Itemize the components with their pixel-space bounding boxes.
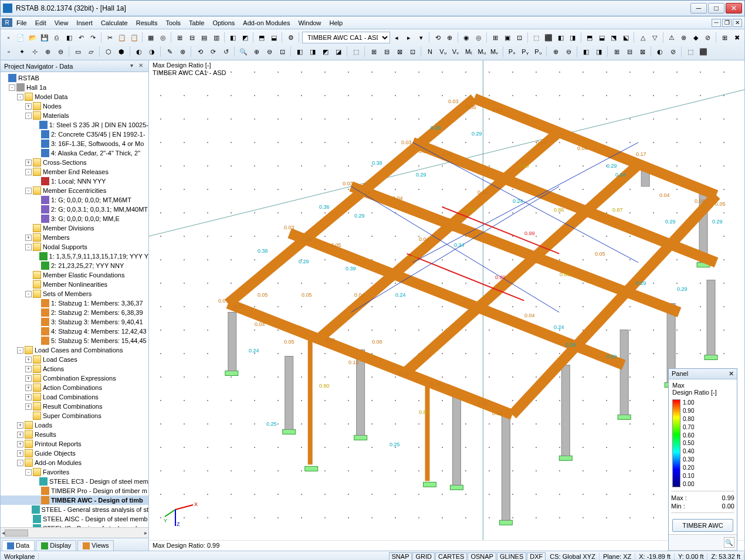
tree-node[interactable]: Super Combinations (1, 411, 148, 420)
expand-icon[interactable]: + (17, 450, 23, 457)
toolbar-button[interactable]: ⊡ (276, 46, 288, 57)
toolbar-button[interactable]: ▫ (3, 46, 15, 57)
tree-node[interactable]: +Printout Reports (1, 439, 148, 449)
toolbar-button[interactable]: Pᵤ (532, 46, 544, 57)
toolbar-button[interactable]: ⊗ (177, 46, 188, 57)
toolbar-button[interactable]: ⊞ (174, 32, 185, 43)
app-menu-icon[interactable]: R (2, 18, 12, 27)
toolbar-button[interactable]: ◩ (240, 32, 251, 43)
toolbar-button[interactable]: ↺ (220, 46, 232, 57)
toolbar-button[interactable]: △ (637, 32, 648, 43)
snap-grid[interactable]: GRID (412, 552, 435, 561)
expand-icon[interactable]: - (17, 347, 23, 354)
toolbar-button[interactable]: Mₜ (463, 46, 475, 57)
toolbar-button[interactable]: ⊕ (550, 46, 561, 57)
toolbar-button[interactable]: ⊕ (250, 46, 262, 57)
snap-cartes[interactable]: CARTES (435, 552, 467, 561)
toolbar-button[interactable]: ⊞ (719, 32, 730, 43)
menu-table[interactable]: Table (185, 18, 208, 28)
tab-views[interactable]: Views (77, 540, 114, 551)
toolbar-button[interactable]: ▸ (404, 32, 415, 43)
maximize-button[interactable]: □ (708, 3, 724, 13)
tree-node[interactable]: Member Nonlinearities (1, 280, 148, 289)
tree-node[interactable]: +Cross-Sections (1, 158, 148, 167)
toolbar-button[interactable]: ✦ (16, 46, 28, 57)
toolbar-button[interactable]: ⬔ (608, 32, 619, 43)
toolbar-button[interactable]: ⊞ (368, 46, 380, 57)
tree-node[interactable]: TIMBER Pro - Design of timber m (1, 486, 148, 495)
tree-node[interactable]: RSTAB (1, 73, 148, 83)
tree-node[interactable]: +Actions (1, 364, 148, 374)
toolbar-button[interactable]: ⊠ (394, 46, 405, 57)
tree-node[interactable]: STEEL AISC - Design of steel memb (1, 514, 148, 524)
close-button[interactable]: ✕ (726, 3, 742, 13)
expand-icon[interactable]: - (9, 84, 15, 91)
toolbar-button[interactable]: ▤ (199, 32, 210, 43)
snap-dxf[interactable]: DXF (527, 552, 546, 561)
toolbar-button[interactable]: ⊹ (29, 46, 40, 57)
navigator-hscroll[interactable]: ◂ ▸ (1, 527, 148, 538)
tree-node[interactable]: STEEL - General stress analysis of st (1, 505, 148, 514)
toolbar-button[interactable]: ▣ (502, 32, 513, 43)
toolbar-button[interactable]: ⟳ (207, 46, 219, 57)
toolbar-button[interactable]: ✖ (732, 32, 743, 43)
panel-close-icon[interactable]: ✕ (729, 370, 734, 378)
tree-node[interactable]: TIMBER AWC - Design of timb (1, 495, 148, 505)
results-combo[interactable]: TIMBER AWC CA1 - ASD (302, 32, 390, 43)
toolbar-button[interactable]: ⊡ (514, 32, 526, 43)
toolbar-button[interactable]: 📄 (15, 32, 26, 43)
navigator-dropdown-icon[interactable]: ▾ (127, 62, 136, 70)
toolbar-button[interactable]: ⊡ (407, 46, 418, 57)
toolbar-button[interactable]: ⬓ (269, 32, 280, 43)
toolbar-button[interactable]: ⬓ (596, 32, 607, 43)
toolbar-button[interactable]: ◧ (294, 46, 306, 57)
toolbar-button[interactable]: ◧ (228, 32, 239, 43)
tree-node[interactable]: 2: 21,23,25,27; YYY NNY (1, 261, 148, 270)
tree-node[interactable]: -Model Data (1, 92, 148, 101)
snap-osnap[interactable]: OSNAP (468, 552, 496, 561)
toolbar-button[interactable]: ⊞ (490, 32, 501, 43)
snap-glines[interactable]: GLINES (497, 552, 526, 561)
expand-icon[interactable]: - (25, 291, 32, 297)
toolbar-button[interactable]: ⊟ (381, 46, 392, 57)
tree-node[interactable]: +Nodes (1, 101, 148, 111)
menu-help[interactable]: Help (326, 18, 347, 28)
menu-results[interactable]: Results (132, 18, 162, 28)
expand-icon[interactable]: + (25, 357, 32, 363)
results-panel[interactable]: Panel✕ Max Design Ratio [-] 1.000.900.80… (668, 368, 737, 551)
toolbar-button[interactable]: ⎙ (52, 32, 63, 43)
tree-node[interactable]: 2: G; 0,0,3.1; 0,0,3.1; MM,M40MT (1, 205, 148, 214)
tree-node[interactable]: +Members (1, 233, 148, 242)
tree-node[interactable]: 1: Stabzug 1: Members: 3,36,37 (1, 298, 148, 308)
navigator-close-icon[interactable]: ✕ (137, 62, 145, 70)
toolbar-button[interactable]: ◧ (63, 32, 74, 43)
toolbar-button[interactable]: ⊖ (563, 46, 574, 57)
tree-node[interactable]: Member Divisions (1, 223, 148, 233)
toolbar-button[interactable]: Vᵤ (437, 46, 449, 57)
expand-icon[interactable]: + (25, 385, 32, 391)
toolbar-button[interactable]: ⊖ (55, 46, 66, 57)
toolbar-button[interactable]: 📋 (117, 32, 128, 43)
zoom-icon[interactable]: 🔍 (724, 537, 734, 548)
expand-icon[interactable]: + (25, 103, 32, 110)
toolbar-button[interactable]: ◐ (654, 46, 666, 57)
toolbar-button[interactable]: ⚠ (666, 32, 677, 43)
toolbar-button[interactable]: ⬕ (621, 32, 632, 43)
navigator-tree[interactable]: RSTAB-Hall 1a-Model Data+Nodes-Materials… (1, 72, 148, 527)
toolbar-button[interactable]: ⬡ (103, 46, 114, 57)
toolbar-button[interactable]: ◨ (593, 46, 605, 57)
tree-node[interactable]: -Materials (1, 111, 148, 120)
tree-node[interactable]: -Nodal Supports (1, 242, 148, 252)
toolbar-button[interactable]: ⊟ (187, 32, 198, 43)
toolbar-button[interactable]: 🔍 (238, 46, 249, 57)
toolbar-button[interactable]: ◐ (133, 46, 145, 57)
toolbar-button[interactable]: N (424, 46, 436, 57)
toolbar-button[interactable]: ⚙ (285, 32, 296, 43)
scrollbar-thumb[interactable] (5, 530, 28, 537)
toolbar-button[interactable]: ▫ (3, 32, 14, 43)
toolbar-button[interactable]: ▾ (415, 32, 426, 43)
mdi-minimize-button[interactable]: ─ (712, 19, 721, 27)
toolbar-button[interactable]: ◑ (146, 46, 158, 57)
minimize-button[interactable]: ─ (690, 3, 707, 13)
tree-node[interactable]: -Member End Releases (1, 167, 148, 177)
